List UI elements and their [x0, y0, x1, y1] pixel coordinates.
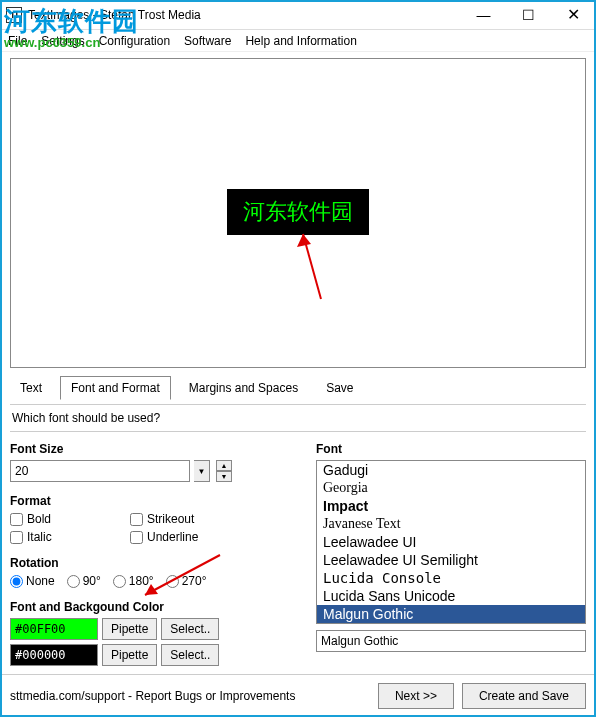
selected-font-input[interactable]: [316, 630, 586, 652]
rotation-270-radio[interactable]: 270°: [166, 574, 207, 588]
footer-status: sttmedia.com/support - Report Bugs or Im…: [10, 689, 370, 703]
svg-marker-1: [297, 234, 311, 247]
question-label: Which font should be used?: [12, 411, 584, 425]
window-title: TextImages - Stefan Trost Media: [28, 8, 461, 22]
font-size-down-icon[interactable]: ▼: [216, 471, 232, 482]
tab-margins[interactable]: Margins and Spaces: [179, 377, 308, 399]
font-list[interactable]: Gadugi Georgia Impact Javanese Text Leel…: [316, 460, 586, 624]
font-size-label: Font Size: [10, 442, 300, 456]
preview-area: 河东软件园: [10, 58, 586, 368]
bg-color-input[interactable]: [10, 644, 98, 666]
font-color-pipette-button[interactable]: Pipette: [102, 618, 157, 640]
font-color-input[interactable]: [10, 618, 98, 640]
italic-checkbox[interactable]: Italic: [10, 530, 130, 544]
font-item-leelawadee[interactable]: Leelawadee UI: [317, 533, 585, 551]
next-button[interactable]: Next >>: [378, 683, 454, 709]
font-size-input[interactable]: [10, 460, 190, 482]
annotation-arrow-icon: [291, 229, 331, 309]
app-icon: TI: [6, 7, 22, 23]
font-item-malgun[interactable]: Malgun Gothic: [317, 605, 585, 623]
font-size-up-icon[interactable]: ▲: [216, 460, 232, 471]
font-size-dropdown-icon[interactable]: ▼: [194, 460, 210, 482]
strikeout-checkbox[interactable]: Strikeout: [130, 512, 250, 526]
rotation-90-radio[interactable]: 90°: [67, 574, 101, 588]
rotation-180-radio[interactable]: 180°: [113, 574, 154, 588]
menu-settings[interactable]: Settings: [41, 34, 84, 48]
footer: sttmedia.com/support - Report Bugs or Im…: [0, 674, 596, 717]
font-item-lucida-sans[interactable]: Lucida Sans Unicode: [317, 587, 585, 605]
font-item-javanese[interactable]: Javanese Text: [317, 515, 585, 533]
bg-color-pipette-button[interactable]: Pipette: [102, 644, 157, 666]
color-label: Font and Backgound Color: [10, 600, 300, 614]
tab-bar: Text Font and Format Margins and Spaces …: [10, 376, 586, 400]
titlebar: TI TextImages - Stefan Trost Media — ☐ ✕: [0, 0, 596, 30]
font-label: Font: [316, 442, 586, 456]
tab-font-format[interactable]: Font and Format: [60, 376, 171, 400]
close-button[interactable]: ✕: [551, 0, 596, 29]
font-item-malgun-semi[interactable]: Malgun Gothic Semilight: [317, 623, 585, 624]
font-item-georgia[interactable]: Georgia: [317, 479, 585, 497]
font-item-impact[interactable]: Impact: [317, 497, 585, 515]
menu-file[interactable]: File: [8, 34, 27, 48]
font-item-lucida-console[interactable]: Lucida Console: [317, 569, 585, 587]
menu-configuration[interactable]: Configuration: [99, 34, 170, 48]
menu-help[interactable]: Help and Information: [245, 34, 356, 48]
maximize-button[interactable]: ☐: [506, 0, 551, 29]
rotation-none-radio[interactable]: None: [10, 574, 55, 588]
font-item-gadugi[interactable]: Gadugi: [317, 461, 585, 479]
underline-checkbox[interactable]: Underline: [130, 530, 250, 544]
bg-color-select-button[interactable]: Select..: [161, 644, 219, 666]
tab-save[interactable]: Save: [316, 377, 363, 399]
font-item-leelawadee-semi[interactable]: Leelawadee UI Semilight: [317, 551, 585, 569]
menu-software[interactable]: Software: [184, 34, 231, 48]
font-color-select-button[interactable]: Select..: [161, 618, 219, 640]
format-label: Format: [10, 494, 300, 508]
minimize-button[interactable]: —: [461, 0, 506, 29]
bold-checkbox[interactable]: Bold: [10, 512, 130, 526]
menubar: File Settings Configuration Software Hel…: [0, 30, 596, 52]
tab-text[interactable]: Text: [10, 377, 52, 399]
rotation-label: Rotation: [10, 556, 300, 570]
create-save-button[interactable]: Create and Save: [462, 683, 586, 709]
